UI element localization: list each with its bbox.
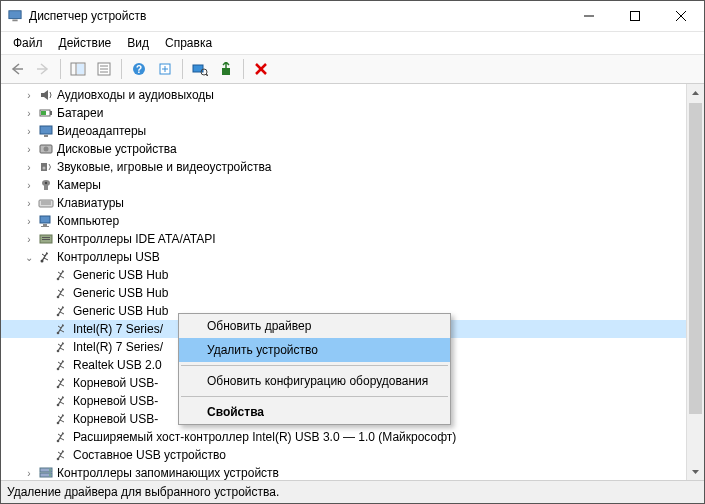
expand-icon[interactable]: › [21, 123, 37, 139]
camera-icon [37, 177, 55, 193]
tree-category[interactable]: ›Видеоадаптеры [1, 122, 686, 140]
usb-dev-icon [53, 357, 71, 373]
tree-device[interactable]: Расширяемый хост-контроллер Intel(R) USB… [1, 428, 686, 446]
toolbar-separator [243, 59, 244, 79]
svg-line-79 [60, 402, 64, 404]
tree-category[interactable]: ›Контроллеры запоминающих устройств [1, 464, 686, 480]
svg-rect-27 [40, 126, 52, 134]
context-menu-item[interactable]: Удалить устройство [179, 338, 450, 362]
expand-icon[interactable]: › [21, 141, 37, 157]
usb-dev-icon [53, 429, 71, 445]
menu-help[interactable]: Справка [157, 34, 220, 52]
context-menu-item[interactable]: Свойства [179, 400, 450, 424]
battery-icon [37, 105, 55, 121]
nav-forward-button[interactable] [31, 57, 55, 81]
collapse-icon[interactable]: ⌄ [21, 249, 37, 265]
context-menu-item[interactable]: Обновить конфигурацию оборудования [179, 369, 450, 393]
svg-point-32 [43, 167, 46, 170]
svg-rect-1 [12, 20, 17, 22]
tree-device[interactable]: Generic USB Hub [1, 284, 686, 302]
tree-category[interactable]: ›Батареи [1, 104, 686, 122]
maximize-button[interactable] [612, 1, 658, 31]
tree-category[interactable]: ›Компьютер [1, 212, 686, 230]
tree-category[interactable]: ›Клавиатуры [1, 194, 686, 212]
tree-device-label: Generic USB Hub [71, 286, 168, 300]
menu-view[interactable]: Вид [119, 34, 157, 52]
svg-line-60 [58, 308, 61, 310]
tree-category-label: Аудиовходы и аудиовыходы [55, 88, 214, 102]
context-menu: Обновить драйверУдалить устройствоОбнови… [178, 313, 451, 425]
expand-icon[interactable]: › [21, 195, 37, 211]
expand-icon[interactable]: › [21, 465, 37, 480]
tree-category[interactable]: ⌄Контроллеры USB [1, 248, 686, 266]
tree-category-label: Компьютер [55, 214, 119, 228]
svg-line-47 [44, 258, 48, 260]
menu-file[interactable]: Файл [5, 34, 51, 52]
svg-line-20 [206, 74, 208, 76]
action-button[interactable] [153, 57, 177, 81]
svg-point-30 [44, 147, 49, 152]
minimize-button[interactable] [566, 1, 612, 31]
svg-line-64 [58, 326, 61, 328]
svg-rect-21 [222, 68, 230, 75]
properties-button[interactable] [92, 57, 116, 81]
svg-line-71 [60, 366, 64, 368]
tree-device-label: Корневой USB- [71, 412, 158, 426]
svg-rect-3 [631, 12, 640, 21]
expand-icon[interactable]: › [21, 87, 37, 103]
close-button[interactable] [658, 1, 704, 31]
svg-rect-43 [42, 237, 50, 238]
app-icon [7, 8, 23, 24]
scroll-thumb[interactable] [689, 103, 702, 414]
expand-icon[interactable]: › [21, 159, 37, 175]
storage-icon [37, 465, 55, 480]
usb-dev-icon [53, 339, 71, 355]
svg-line-84 [58, 416, 61, 418]
status-text: Удаление драйвера для выбранного устройс… [7, 485, 279, 499]
tree-category[interactable]: ›Звуковые, игровые и видеоустройства [1, 158, 686, 176]
menu-action[interactable]: Действие [51, 34, 120, 52]
tree-device[interactable]: Generic USB Hub [1, 266, 686, 284]
titlebar: Диспетчер устройств [1, 1, 704, 32]
tree-category-label: Видеоадаптеры [55, 124, 146, 138]
nav-back-button[interactable] [5, 57, 29, 81]
expand-icon[interactable]: › [21, 231, 37, 247]
svg-text:?: ? [136, 64, 142, 75]
tree-device-label: Intel(R) 7 Series/ [71, 340, 163, 354]
tree-device[interactable]: Составное USB устройство [1, 446, 686, 464]
expand-icon[interactable]: › [21, 177, 37, 193]
help-button[interactable]: ? [127, 57, 151, 81]
tree-category[interactable]: ›Контроллеры IDE ATA/ATAPI [1, 230, 686, 248]
window-title: Диспетчер устройств [29, 9, 566, 23]
usb-dev-icon [53, 267, 71, 283]
tree-category[interactable]: ›Дисковые устройства [1, 140, 686, 158]
context-menu-item[interactable]: Обновить драйвер [179, 314, 450, 338]
svg-line-80 [58, 398, 61, 400]
toolbar: ? [1, 55, 704, 84]
expand-icon[interactable]: › [21, 105, 37, 121]
scroll-down-button[interactable] [687, 463, 704, 480]
tree-category[interactable]: ›Камеры [1, 176, 686, 194]
uninstall-button[interactable] [249, 57, 273, 81]
vertical-scrollbar[interactable] [686, 84, 704, 480]
menubar: Файл Действие Вид Справка [1, 32, 704, 55]
statusbar: Удаление драйвера для выбранного устройс… [1, 481, 704, 503]
svg-line-88 [58, 434, 61, 436]
tree-device-label: Generic USB Hub [71, 268, 168, 282]
show-hide-tree-button[interactable] [66, 57, 90, 81]
tree-device-label: Составное USB устройство [71, 448, 226, 462]
tree-category-label: Клавиатуры [55, 196, 124, 210]
context-menu-separator [181, 365, 448, 366]
expand-icon[interactable]: › [21, 213, 37, 229]
svg-point-95 [49, 469, 51, 471]
device-manager-window: Диспетчер устройств Файл Действие Вид Сп… [0, 0, 705, 504]
tree-category[interactable]: ›Аудиовходы и аудиовыходы [1, 86, 686, 104]
ide-icon [37, 231, 55, 247]
scroll-up-button[interactable] [687, 84, 704, 101]
svg-rect-25 [50, 111, 52, 115]
scan-hardware-button[interactable] [188, 57, 212, 81]
update-driver-button[interactable] [214, 57, 238, 81]
usb-dev-icon [53, 285, 71, 301]
svg-line-51 [60, 276, 64, 278]
computer-icon [37, 213, 55, 229]
